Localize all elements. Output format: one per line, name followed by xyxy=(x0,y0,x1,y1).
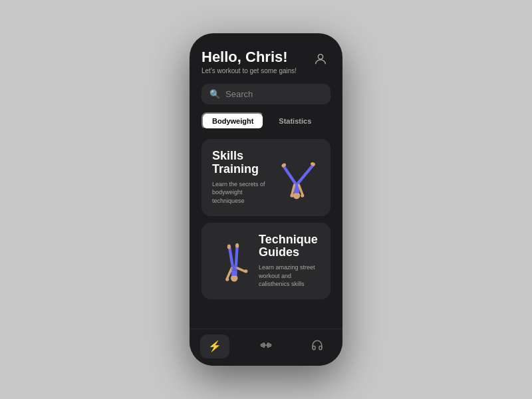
card-skills-text: SkillsTraining Learn the secrets of body… xyxy=(212,150,273,205)
avatar[interactable] xyxy=(311,49,331,69)
card-technique-guides[interactable]: TechniqueGuides Learn amazing street wor… xyxy=(201,223,331,299)
card-skills-figure xyxy=(273,152,320,202)
card-skills-training[interactable]: SkillsTraining Learn the secrets of body… xyxy=(201,139,331,215)
phone-container: Hello, Chris! Let's workout to get some … xyxy=(190,33,342,366)
svg-point-0 xyxy=(318,55,323,59)
svg-line-3 xyxy=(284,167,295,184)
headphones-icon xyxy=(311,339,323,354)
greeting-title: Hello, Chris! xyxy=(201,49,297,65)
search-placeholder: Search xyxy=(225,89,253,99)
tab-statistics[interactable]: Statistics xyxy=(269,112,321,130)
card-technique-title: TechniqueGuides xyxy=(259,233,320,260)
nav-item-audio[interactable] xyxy=(303,334,332,358)
search-icon: 🔍 xyxy=(209,89,220,99)
svg-line-8 xyxy=(299,186,303,195)
card-technique-desc: Learn amazing street workout and calisth… xyxy=(259,263,320,289)
svg-line-19 xyxy=(237,267,245,271)
dumbbell-icon xyxy=(260,339,272,354)
svg-point-18 xyxy=(225,277,229,281)
lightning-icon: ⚡ xyxy=(208,340,221,352)
svg-line-14 xyxy=(236,247,237,265)
search-bar[interactable]: 🔍 Search xyxy=(201,84,331,104)
svg-line-4 xyxy=(299,166,313,183)
svg-line-7 xyxy=(292,186,295,195)
card-technique-text: TechniqueGuides Learn amazing street wor… xyxy=(259,233,320,289)
svg-point-15 xyxy=(227,244,231,249)
svg-rect-21 xyxy=(231,265,237,271)
phone-screen: Hello, Chris! Let's workout to get some … xyxy=(190,33,342,366)
content-area: Hello, Chris! Let's workout to get some … xyxy=(190,33,342,329)
nav-item-workout[interactable] xyxy=(251,334,281,358)
header: Hello, Chris! Let's workout to get some … xyxy=(201,49,331,74)
card-skills-title: SkillsTraining xyxy=(212,150,273,176)
svg-point-10 xyxy=(301,194,304,198)
svg-line-13 xyxy=(229,248,232,265)
cards-container: SkillsTraining Learn the secrets of body… xyxy=(201,139,331,321)
card-technique-figure xyxy=(212,236,259,286)
svg-point-20 xyxy=(244,269,247,273)
bottom-nav: ⚡ xyxy=(190,329,342,366)
tab-bodyweight[interactable]: Bodyweight xyxy=(201,112,264,130)
card-skills-desc: Learn the secrets of bodyweight techniqu… xyxy=(212,180,273,205)
svg-point-16 xyxy=(235,243,239,248)
svg-point-9 xyxy=(290,194,293,198)
greeting-subtitle: Let's workout to get some gains! xyxy=(201,67,297,74)
nav-item-home[interactable]: ⚡ xyxy=(200,334,229,358)
greeting-section: Hello, Chris! Let's workout to get some … xyxy=(201,49,297,74)
tabs-container: Bodyweight Statistics xyxy=(201,112,331,130)
